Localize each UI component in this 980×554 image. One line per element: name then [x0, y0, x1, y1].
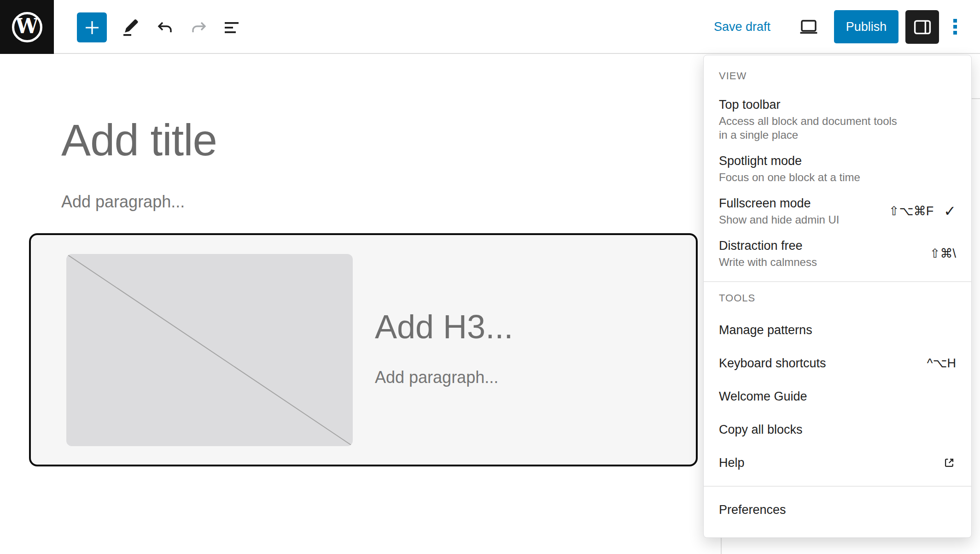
editor-top-bar: W Save draft Publish [0, 0, 980, 54]
list-view-icon [221, 17, 243, 39]
menu-item-label: Preferences [719, 502, 786, 518]
editor-canvas: Add title Add paragraph... Add H3... Add… [0, 55, 721, 554]
menu-item-label: Copy all blocks [719, 422, 803, 437]
block-paragraph-placeholder[interactable]: Add paragraph... [375, 368, 498, 387]
menu-item-description: Show and hide admin UI [719, 213, 840, 227]
wordpress-block-editor: W Save draft Publish [0, 0, 980, 554]
menu-section-tools: TOOLSManage patternsKeyboard shortcuts^⌥… [704, 281, 971, 486]
menu-section-view: VIEWTop toolbarAccess all block and docu… [704, 60, 971, 281]
keyboard-shortcut: ⇧⌘\ [930, 246, 956, 261]
menu-item-label: Distraction free [719, 238, 817, 253]
empty-image-placeholder[interactable] [66, 254, 353, 446]
edit-tool-button[interactable] [120, 17, 142, 39]
preview-button[interactable] [798, 16, 820, 38]
menu-item-manage-patterns[interactable]: Manage patterns [704, 313, 971, 347]
menu-item-label: Help [719, 455, 745, 471]
menu-item-description: Write with calmness [719, 255, 817, 269]
options-menu-button[interactable] [944, 16, 966, 38]
block-inserter-button[interactable] [77, 12, 107, 42]
pencil-icon [120, 17, 142, 39]
keyboard-shortcut: ^⌥H [927, 356, 956, 371]
menu-section-label: VIEW [719, 70, 956, 82]
options-menu-popover: VIEWTop toolbarAccess all block and docu… [703, 55, 972, 538]
menu-item-top-toolbar[interactable]: Top toolbarAccess all block and document… [704, 91, 971, 147]
menu-item-label: Manage patterns [719, 322, 812, 338]
diagonal-line [66, 254, 353, 446]
menu-item-description: Access all block and document tools in a… [719, 114, 908, 142]
menu-item-welcome-guide[interactable]: Welcome Guide [704, 380, 971, 413]
external-link-icon [942, 456, 956, 470]
menu-section: Preferences [704, 486, 971, 533]
undo-arrow-icon [154, 17, 176, 39]
redo-button[interactable] [188, 17, 210, 39]
undo-button[interactable] [154, 17, 176, 39]
vertical-dots-icon [953, 19, 957, 23]
publish-button[interactable]: Publish [834, 10, 898, 43]
keyboard-shortcut: ⇧⌥⌘F [889, 204, 933, 218]
menu-item-label: Fullscreen mode [719, 195, 840, 211]
menu-item-spotlight-mode[interactable]: Spotlight modeFocus on one block at a ti… [704, 147, 971, 190]
menu-item-label: Top toolbar [719, 97, 908, 112]
plus-icon [81, 17, 103, 39]
menu-item-keyboard-shortcuts[interactable]: Keyboard shortcuts^⌥H [704, 347, 971, 380]
paragraph-block-placeholder[interactable]: Add paragraph... [61, 192, 185, 212]
menu-item-label: Spotlight mode [719, 153, 860, 169]
menu-item-help[interactable]: Help [704, 446, 971, 479]
menu-item-copy-all-blocks[interactable]: Copy all blocks [704, 413, 971, 446]
menu-section-label: TOOLS [719, 292, 956, 304]
post-title-input[interactable]: Add title [61, 115, 217, 165]
wordpress-logo-letter: W [16, 16, 38, 36]
menu-item-distraction-free[interactable]: Distraction freeWrite with calmness⇧⌘\ [704, 232, 971, 275]
save-draft-button[interactable]: Save draft [714, 0, 770, 54]
wordpress-logo-button[interactable]: W [0, 0, 54, 54]
redo-arrow-icon [188, 17, 210, 39]
heading-block-placeholder[interactable]: Add H3... [375, 308, 513, 346]
wordpress-logo-icon: W [12, 12, 42, 42]
menu-item-label: Welcome Guide [719, 389, 807, 404]
menu-item-description: Focus on one block at a time [719, 171, 860, 184]
menu-item-label: Keyboard shortcuts [719, 355, 826, 371]
settings-sidebar-toggle[interactable] [905, 10, 939, 44]
menu-item-preferences[interactable]: Preferences [704, 493, 971, 526]
sidebar-panel-icon [911, 16, 933, 38]
media-text-block[interactable]: Add H3... Add paragraph... [29, 233, 698, 466]
menu-item-fullscreen-mode[interactable]: Fullscreen modeShow and hide admin UI⇧⌥⌘… [704, 190, 971, 232]
check-icon: ✓ [944, 204, 956, 218]
laptop-icon [798, 16, 820, 38]
document-overview-button[interactable] [221, 17, 243, 39]
